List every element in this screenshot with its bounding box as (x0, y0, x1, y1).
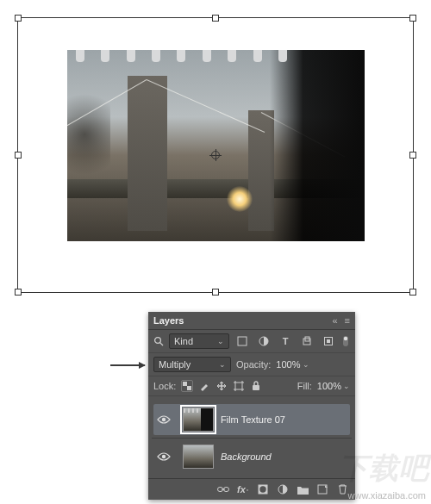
svg-rect-7 (327, 339, 330, 343)
svg-point-14 (162, 418, 166, 421)
visibility-toggle-icon[interactable] (157, 414, 176, 425)
svg-rect-2 (238, 337, 247, 345)
lock-pixels-icon[interactable] (198, 380, 210, 392)
filter-pixel-icon[interactable] (236, 335, 248, 347)
transform-handle-tm[interactable] (212, 15, 219, 22)
opacity-value: 100% (276, 359, 300, 370)
svg-rect-13 (253, 385, 259, 390)
opacity-value-field[interactable]: 100% ⌄ (276, 359, 309, 370)
watermark-url: www.xiazaiba.com (348, 490, 426, 501)
transform-handle-tr[interactable] (409, 15, 416, 22)
svg-point-20 (259, 486, 265, 492)
new-group-icon[interactable] (297, 483, 309, 495)
filter-kind-label: Kind (174, 336, 193, 346)
watermark-logo: 下载吧 (339, 449, 429, 488)
svg-rect-12 (235, 383, 242, 389)
transform-handle-br[interactable] (409, 289, 416, 296)
chevron-down-icon: ⌄ (217, 337, 224, 345)
layer-name-label[interactable]: Film Texture 07 (221, 414, 347, 425)
filter-kind-select[interactable]: Kind ⌄ (169, 333, 229, 349)
transform-bounding-box[interactable] (17, 17, 414, 293)
filter-toggle-switch[interactable] (341, 335, 350, 347)
blend-mode-select[interactable]: Multiply ⌄ (153, 357, 231, 372)
transform-handle-ml[interactable] (15, 152, 22, 159)
visibility-toggle-icon[interactable] (157, 451, 176, 462)
filter-smart-icon[interactable] (322, 335, 334, 347)
layers-panel: Layers « ≡ Kind ⌄ T Multiply ⌄ Opacity: (148, 312, 355, 500)
layer-thumbnail[interactable] (183, 408, 214, 432)
chevron-down-icon: ⌄ (303, 360, 309, 369)
blend-mode-value: Multiply (159, 359, 191, 370)
lock-transparency-icon[interactable] (181, 380, 193, 392)
layer-name-label[interactable]: Background (221, 451, 347, 462)
svg-point-9 (344, 337, 347, 340)
svg-point-15 (162, 455, 166, 458)
lock-fill-row: Lock: Fill: 100% ⌄ (148, 376, 355, 396)
filter-adjustment-icon[interactable] (258, 335, 270, 347)
layer-fx-icon[interactable]: fx▫ (237, 483, 249, 495)
transform-handle-bl[interactable] (15, 289, 22, 296)
link-layers-icon[interactable] (217, 483, 229, 495)
lock-artboard-icon[interactable] (233, 380, 245, 392)
svg-point-0 (155, 338, 161, 344)
layer-divider (152, 438, 352, 439)
chevron-down-icon: ⌄ (219, 360, 226, 369)
blend-opacity-row: Multiply ⌄ Opacity: 100% ⌄ (148, 353, 355, 376)
layer-row[interactable]: Film Texture 07 (153, 404, 350, 435)
svg-rect-10 (183, 382, 187, 386)
layer-thumbnail[interactable] (183, 445, 214, 469)
canvas-transform-area[interactable] (17, 17, 414, 293)
layer-filter-row: Kind ⌄ T (148, 330, 355, 353)
chevron-down-icon: ⌄ (343, 382, 350, 390)
transform-handle-bm[interactable] (212, 289, 219, 296)
transform-handle-tl[interactable] (15, 15, 22, 22)
svg-rect-11 (187, 386, 191, 390)
opacity-label: Opacity: (236, 359, 271, 370)
filter-shape-icon[interactable] (301, 335, 313, 347)
transform-handle-mr[interactable] (409, 152, 416, 159)
new-layer-icon[interactable] (316, 483, 328, 495)
layer-mask-icon[interactable] (257, 483, 269, 495)
panel-menu-icon[interactable]: ≡ (345, 315, 350, 326)
layers-panel-footer: fx▫ (148, 478, 355, 500)
transform-center-point[interactable] (211, 151, 220, 159)
lock-all-icon[interactable] (250, 380, 262, 392)
layers-list: Film Texture 07 Background (148, 396, 355, 478)
filter-type-icon[interactable]: T (279, 335, 291, 347)
fill-label: Fill: (297, 381, 312, 391)
collapse-icon[interactable]: « (332, 315, 337, 326)
fill-value: 100% (317, 381, 341, 391)
annotation-arrow (110, 364, 145, 366)
layers-tab[interactable]: Layers (153, 315, 184, 326)
lock-position-icon[interactable] (216, 380, 228, 392)
adjustment-layer-icon[interactable] (277, 483, 289, 495)
svg-line-1 (160, 343, 163, 345)
search-icon (153, 336, 164, 346)
lock-label: Lock: (153, 381, 176, 391)
fill-value-field[interactable]: 100% ⌄ (317, 381, 350, 391)
layers-panel-header: Layers « ≡ (148, 312, 355, 330)
layer-row[interactable]: Background (153, 441, 350, 472)
